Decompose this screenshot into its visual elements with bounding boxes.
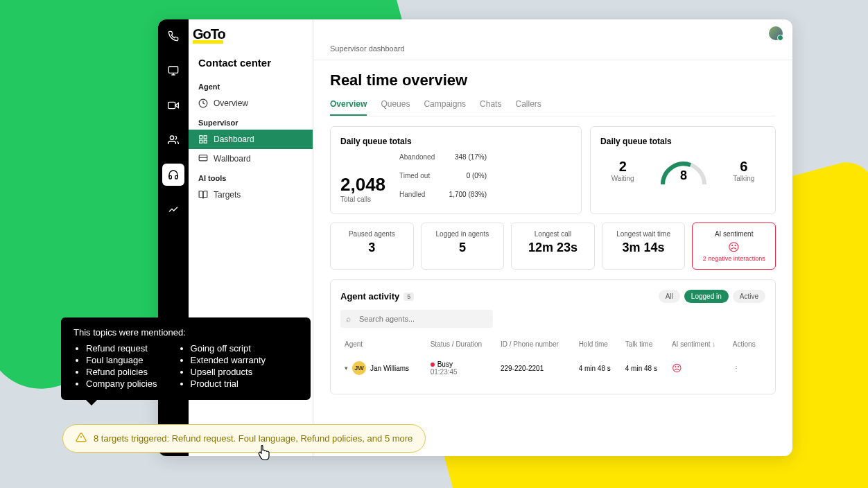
sidebar-item-dashboard[interactable]: Dashboard (189, 130, 313, 149)
rail-headset-icon[interactable] (162, 164, 184, 186)
metric-loggedin: Logged in agents 5 (421, 223, 505, 270)
svg-rect-7 (200, 136, 202, 139)
rail-people-icon[interactable] (162, 129, 184, 151)
topic-item: Company policies (86, 378, 157, 389)
bar-value: 1,700 (83%) (445, 191, 487, 198)
svg-point-5 (170, 136, 173, 139)
svg-rect-11 (199, 155, 207, 161)
breadcrumb: Supervisor dashboard (313, 44, 792, 60)
status-dot-icon (431, 363, 435, 367)
logo-underline (193, 40, 223, 44)
rail-monitor-icon[interactable] (162, 60, 184, 82)
dashboard-icon (198, 134, 208, 144)
gauge-value: 8 (656, 168, 711, 183)
metric-ai-sentiment[interactable]: AI sentiment ☹ 2 negative interactions (692, 223, 776, 270)
bar-label: Timed out (399, 172, 440, 180)
tooltip-title: This topics were mentioned: (73, 327, 298, 338)
search-agents-input[interactable] (340, 310, 493, 328)
topic-item: Going off script (191, 343, 266, 354)
col-hold: Hold time (576, 336, 621, 352)
col-actions: Actions (730, 336, 764, 352)
search-icon: ⌕ (346, 314, 351, 324)
agent-hold: 4 min 48 s (576, 354, 621, 383)
nav-label: Overview (214, 98, 248, 108)
metric-longest-call: Longest call 12m 23s (511, 223, 595, 270)
topic-item: Upsell products (191, 367, 266, 377)
agent-avatar: JW (352, 361, 366, 375)
sidebar-item-wallboard[interactable]: Wallboard (189, 149, 313, 168)
talking-label: Talking (733, 175, 754, 182)
rail-chart-icon[interactable] (162, 198, 184, 220)
targets-alert-pill[interactable]: 8 targets triggered: Refund request. Fou… (62, 424, 426, 453)
gauge-chart: 8 (656, 153, 711, 188)
tab-chats[interactable]: Chats (480, 99, 501, 116)
gauge-card: Daily queue totals 2 Waiting 8 6 Talkin (590, 126, 776, 214)
waiting-label: Waiting (611, 175, 634, 182)
tab-queues[interactable]: Queues (381, 99, 410, 116)
chevron-down-icon[interactable]: ▾ (345, 365, 348, 372)
sidebar-item-targets[interactable]: Targets (189, 185, 313, 204)
sidebar-title: Contact center (189, 50, 313, 77)
nav-label: Targets (214, 190, 241, 200)
nav-label: Dashboard (214, 134, 254, 144)
topic-item: Foul language (86, 355, 157, 365)
frown-icon: ☹ (672, 363, 682, 374)
col-id: ID / Phone number (498, 336, 575, 352)
cursor-icon (257, 445, 272, 465)
topic-item: Refund request (86, 343, 157, 354)
nav-label: Wallboard (214, 154, 251, 164)
frown-icon: ☹ (697, 241, 771, 254)
filter-active[interactable]: Active (733, 290, 765, 303)
svg-rect-9 (200, 140, 202, 143)
topic-item: Extended warranty (191, 355, 266, 365)
tab-campaigns[interactable]: Campaigns (424, 99, 466, 116)
topics-tooltip: This topics were mentioned: Refund reque… (61, 317, 311, 400)
bar-label: Handled (399, 191, 440, 198)
queue-totals-card: Daily queue totals 2,048 Total calls Aba… (330, 126, 582, 214)
main: Supervisor dashboard Real time overview … (313, 19, 792, 456)
section-supervisor: Supervisor (189, 113, 313, 130)
waiting-value: 2 (611, 159, 634, 175)
bar-label: Abandoned (399, 153, 440, 161)
svg-marker-3 (175, 103, 179, 108)
agent-status: Busy (437, 360, 453, 368)
col-agent: Agent (342, 336, 426, 352)
row-actions-icon[interactable]: ⋮ (733, 365, 740, 372)
alert-text: 8 targets triggered: Refund request. Fou… (94, 433, 413, 444)
page-title: Real time overview (330, 71, 776, 89)
metric-longest-wait: Longest wait time 3m 14s (602, 223, 686, 270)
agent-name: Jan Williams (370, 365, 409, 372)
card-title: Daily queue totals (340, 137, 571, 146)
section-agent: Agent (189, 77, 313, 94)
col-talk: Talk time (623, 336, 668, 352)
sidebar-item-overview[interactable]: Overview (189, 94, 313, 113)
wallboard-icon (198, 154, 208, 164)
topic-item: Product trial (191, 378, 266, 389)
tabs: Overview Queues Campaigns Chats Callers (330, 99, 776, 116)
rail-video-icon[interactable] (162, 94, 184, 116)
filter-all[interactable]: All (659, 290, 680, 303)
warning-icon (76, 432, 87, 445)
col-sentiment[interactable]: AI sentiment ↓ (669, 336, 729, 352)
book-icon (198, 190, 208, 200)
svg-rect-8 (204, 136, 207, 139)
agent-id: 229-220-2201 (498, 354, 575, 383)
agent-row[interactable]: ▾ JW Jan Williams Busy 01:23:45 229-220-… (342, 354, 764, 383)
agent-talk: 4 min 48 s (623, 354, 668, 383)
svg-rect-4 (168, 102, 175, 108)
tab-overview[interactable]: Overview (330, 99, 367, 116)
tab-callers[interactable]: Callers (515, 99, 541, 116)
section-aitools: AI tools (189, 168, 313, 185)
gauge-icon (198, 98, 208, 108)
metric-paused: Paused agents 3 (330, 223, 414, 270)
bar-value: 0 (0%) (445, 172, 487, 180)
activity-count: 5 (403, 293, 414, 301)
talking-value: 6 (733, 159, 754, 175)
user-avatar[interactable] (769, 26, 783, 40)
svg-rect-10 (204, 140, 207, 143)
rail-phone-icon[interactable] (162, 25, 184, 47)
agent-duration: 01:23:45 (431, 368, 494, 376)
bar-value: 348 (17%) (445, 153, 487, 161)
total-calls-label: Total calls (340, 195, 385, 203)
filter-loggedin[interactable]: Logged in (684, 290, 729, 303)
